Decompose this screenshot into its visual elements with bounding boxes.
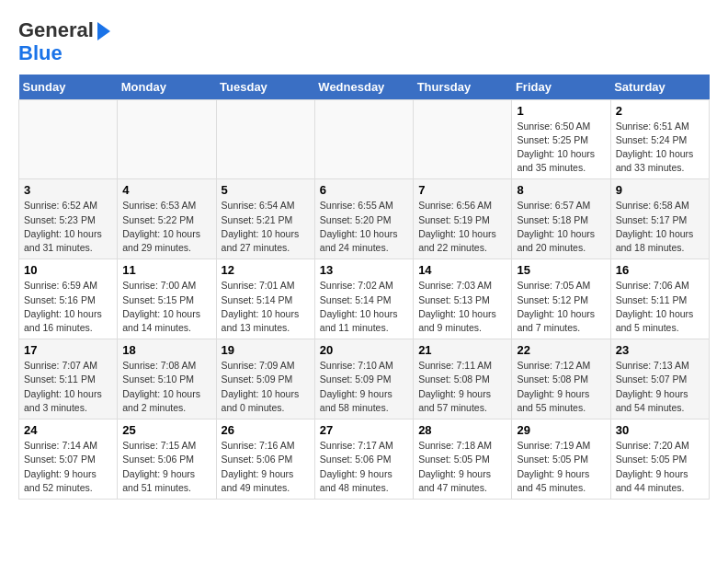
day-info: Sunrise: 6:59 AM Sunset: 5:16 PM Dayligh… xyxy=(24,279,112,335)
day-info: Sunrise: 6:50 AM Sunset: 5:25 PM Dayligh… xyxy=(517,120,605,176)
calendar-day-cell: 13Sunrise: 7:02 AM Sunset: 5:14 PM Dayli… xyxy=(314,259,413,339)
logo-general: General xyxy=(18,18,94,41)
day-info: Sunrise: 6:57 AM Sunset: 5:18 PM Dayligh… xyxy=(517,199,605,255)
day-info: Sunrise: 7:16 AM Sunset: 5:06 PM Dayligh… xyxy=(222,439,310,495)
calendar-day-cell xyxy=(314,99,413,179)
logo-blue: Blue xyxy=(18,41,63,64)
day-info: Sunrise: 7:08 AM Sunset: 5:10 PM Dayligh… xyxy=(122,359,210,415)
calendar-day-cell: 20Sunrise: 7:10 AM Sunset: 5:09 PM Dayli… xyxy=(314,339,413,419)
day-number: 8 xyxy=(517,183,605,197)
calendar-day-cell: 1Sunrise: 6:50 AM Sunset: 5:25 PM Daylig… xyxy=(512,99,610,179)
day-info: Sunrise: 6:51 AM Sunset: 5:24 PM Dayligh… xyxy=(616,120,704,176)
day-info: Sunrise: 7:02 AM Sunset: 5:14 PM Dayligh… xyxy=(320,279,408,335)
calendar-week-row: 24Sunrise: 7:14 AM Sunset: 5:07 PM Dayli… xyxy=(19,419,710,500)
calendar-day-cell: 4Sunrise: 6:53 AM Sunset: 5:22 PM Daylig… xyxy=(118,179,216,259)
calendar-day-cell: 7Sunrise: 6:56 AM Sunset: 5:19 PM Daylig… xyxy=(414,179,512,259)
day-number: 3 xyxy=(24,183,112,197)
calendar-day-cell: 10Sunrise: 6:59 AM Sunset: 5:16 PM Dayli… xyxy=(19,259,118,339)
calendar-day-cell: 23Sunrise: 7:13 AM Sunset: 5:07 PM Dayli… xyxy=(610,339,709,419)
calendar-day-cell xyxy=(19,99,118,179)
day-number: 24 xyxy=(24,423,112,437)
calendar-day-cell: 17Sunrise: 7:07 AM Sunset: 5:11 PM Dayli… xyxy=(19,339,118,419)
calendar-day-cell: 29Sunrise: 7:19 AM Sunset: 5:05 PM Dayli… xyxy=(512,419,610,500)
day-info: Sunrise: 6:52 AM Sunset: 5:23 PM Dayligh… xyxy=(24,199,112,255)
day-number: 27 xyxy=(320,423,408,437)
day-info: Sunrise: 7:17 AM Sunset: 5:06 PM Dayligh… xyxy=(320,439,408,495)
calendar-day-cell: 21Sunrise: 7:11 AM Sunset: 5:08 PM Dayli… xyxy=(414,339,512,419)
weekday-header: Tuesday xyxy=(216,75,314,100)
calendar-day-cell: 30Sunrise: 7:20 AM Sunset: 5:05 PM Dayli… xyxy=(610,419,709,500)
day-info: Sunrise: 6:55 AM Sunset: 5:20 PM Dayligh… xyxy=(320,199,408,255)
day-number: 2 xyxy=(616,104,704,118)
day-number: 26 xyxy=(222,423,310,437)
weekday-header: Friday xyxy=(512,75,610,100)
day-number: 4 xyxy=(122,183,210,197)
calendar-day-cell xyxy=(118,99,216,179)
day-number: 29 xyxy=(517,423,605,437)
calendar-week-row: 10Sunrise: 6:59 AM Sunset: 5:16 PM Dayli… xyxy=(19,259,710,339)
weekday-header: Saturday xyxy=(610,75,709,100)
calendar-day-cell: 19Sunrise: 7:09 AM Sunset: 5:09 PM Dayli… xyxy=(216,339,314,419)
day-info: Sunrise: 6:58 AM Sunset: 5:17 PM Dayligh… xyxy=(616,199,704,255)
calendar-day-cell: 22Sunrise: 7:12 AM Sunset: 5:08 PM Dayli… xyxy=(512,339,610,419)
calendar-day-cell: 18Sunrise: 7:08 AM Sunset: 5:10 PM Dayli… xyxy=(118,339,216,419)
day-number: 6 xyxy=(320,183,408,197)
calendar-week-row: 3Sunrise: 6:52 AM Sunset: 5:23 PM Daylig… xyxy=(19,179,710,259)
day-info: Sunrise: 7:06 AM Sunset: 5:11 PM Dayligh… xyxy=(616,279,704,335)
day-number: 16 xyxy=(616,263,704,277)
day-number: 14 xyxy=(418,263,506,277)
calendar-day-cell: 11Sunrise: 7:00 AM Sunset: 5:15 PM Dayli… xyxy=(118,259,216,339)
day-number: 15 xyxy=(517,263,605,277)
day-number: 10 xyxy=(24,263,112,277)
day-info: Sunrise: 7:15 AM Sunset: 5:06 PM Dayligh… xyxy=(122,439,210,495)
logo-arrow-icon xyxy=(97,22,110,40)
day-number: 5 xyxy=(222,183,310,197)
calendar-day-cell: 12Sunrise: 7:01 AM Sunset: 5:14 PM Dayli… xyxy=(216,259,314,339)
calendar-table: SundayMondayTuesdayWednesdayThursdayFrid… xyxy=(18,75,710,500)
weekday-header: Sunday xyxy=(19,75,118,100)
day-info: Sunrise: 7:09 AM Sunset: 5:09 PM Dayligh… xyxy=(222,359,310,415)
day-info: Sunrise: 7:05 AM Sunset: 5:12 PM Dayligh… xyxy=(517,279,605,335)
day-number: 19 xyxy=(222,343,310,357)
calendar-day-cell: 24Sunrise: 7:14 AM Sunset: 5:07 PM Dayli… xyxy=(19,419,118,500)
day-number: 17 xyxy=(24,343,112,357)
day-info: Sunrise: 7:03 AM Sunset: 5:13 PM Dayligh… xyxy=(418,279,506,335)
day-number: 11 xyxy=(122,263,210,277)
calendar-day-cell xyxy=(216,99,314,179)
day-number: 13 xyxy=(320,263,408,277)
day-number: 25 xyxy=(122,423,210,437)
day-info: Sunrise: 7:00 AM Sunset: 5:15 PM Dayligh… xyxy=(122,279,210,335)
calendar-day-cell xyxy=(414,99,512,179)
calendar-week-row: 1Sunrise: 6:50 AM Sunset: 5:25 PM Daylig… xyxy=(19,99,710,179)
calendar-day-cell: 25Sunrise: 7:15 AM Sunset: 5:06 PM Dayli… xyxy=(118,419,216,500)
day-info: Sunrise: 7:13 AM Sunset: 5:07 PM Dayligh… xyxy=(616,359,704,415)
calendar-week-row: 17Sunrise: 7:07 AM Sunset: 5:11 PM Dayli… xyxy=(19,339,710,419)
day-number: 7 xyxy=(418,183,506,197)
calendar-day-cell: 2Sunrise: 6:51 AM Sunset: 5:24 PM Daylig… xyxy=(610,99,709,179)
calendar-day-cell: 8Sunrise: 6:57 AM Sunset: 5:18 PM Daylig… xyxy=(512,179,610,259)
day-number: 18 xyxy=(122,343,210,357)
day-number: 22 xyxy=(517,343,605,357)
day-number: 21 xyxy=(418,343,506,357)
calendar-day-cell: 28Sunrise: 7:18 AM Sunset: 5:05 PM Dayli… xyxy=(414,419,512,500)
calendar-header-row: SundayMondayTuesdayWednesdayThursdayFrid… xyxy=(19,75,710,100)
day-info: Sunrise: 6:53 AM Sunset: 5:22 PM Dayligh… xyxy=(122,199,210,255)
logo: General Blue xyxy=(18,18,110,65)
page-header: General Blue xyxy=(18,18,710,65)
calendar-day-cell: 3Sunrise: 6:52 AM Sunset: 5:23 PM Daylig… xyxy=(19,179,118,259)
day-info: Sunrise: 7:07 AM Sunset: 5:11 PM Dayligh… xyxy=(24,359,112,415)
day-info: Sunrise: 7:01 AM Sunset: 5:14 PM Dayligh… xyxy=(222,279,310,335)
day-number: 20 xyxy=(320,343,408,357)
day-number: 1 xyxy=(517,104,605,118)
weekday-header: Wednesday xyxy=(314,75,413,100)
day-info: Sunrise: 7:10 AM Sunset: 5:09 PM Dayligh… xyxy=(320,359,408,415)
day-info: Sunrise: 7:12 AM Sunset: 5:08 PM Dayligh… xyxy=(517,359,605,415)
calendar-day-cell: 5Sunrise: 6:54 AM Sunset: 5:21 PM Daylig… xyxy=(216,179,314,259)
day-info: Sunrise: 7:18 AM Sunset: 5:05 PM Dayligh… xyxy=(418,439,506,495)
calendar-day-cell: 14Sunrise: 7:03 AM Sunset: 5:13 PM Dayli… xyxy=(414,259,512,339)
calendar-day-cell: 26Sunrise: 7:16 AM Sunset: 5:06 PM Dayli… xyxy=(216,419,314,500)
day-info: Sunrise: 6:56 AM Sunset: 5:19 PM Dayligh… xyxy=(418,199,506,255)
calendar-day-cell: 16Sunrise: 7:06 AM Sunset: 5:11 PM Dayli… xyxy=(610,259,709,339)
day-number: 28 xyxy=(418,423,506,437)
day-number: 9 xyxy=(616,183,704,197)
